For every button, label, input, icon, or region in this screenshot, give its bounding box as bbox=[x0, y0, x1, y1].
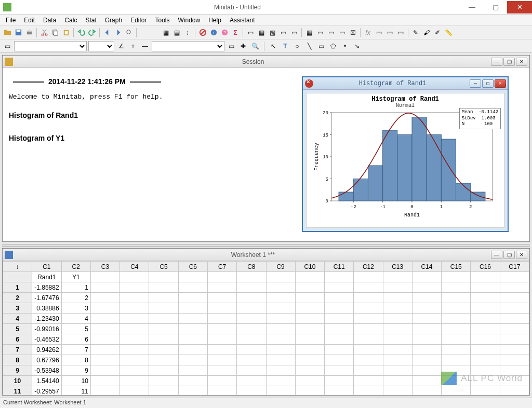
menu-calc[interactable]: Calc bbox=[61, 16, 81, 25]
cell[interactable] bbox=[149, 355, 178, 365]
graph-window-icon[interactable]: ▧ bbox=[267, 28, 277, 38]
cell[interactable] bbox=[295, 324, 324, 334]
cell[interactable] bbox=[295, 314, 324, 324]
cell[interactable] bbox=[295, 386, 324, 396]
col-header[interactable]: C9 bbox=[266, 262, 295, 272]
cell[interactable] bbox=[412, 365, 441, 376]
cell[interactable]: 1.54140 bbox=[32, 376, 62, 386]
cell[interactable] bbox=[120, 376, 149, 386]
cell[interactable] bbox=[207, 303, 236, 314]
cell[interactable] bbox=[207, 376, 236, 386]
cell[interactable] bbox=[149, 334, 178, 345]
cell[interactable] bbox=[178, 345, 207, 355]
col-name-cell[interactable] bbox=[178, 272, 207, 282]
cell[interactable] bbox=[412, 355, 441, 365]
col-header[interactable]: C8 bbox=[237, 262, 266, 272]
session-min-button[interactable]: — bbox=[491, 58, 502, 66]
cell[interactable]: -1.67476 bbox=[32, 293, 62, 303]
col-header[interactable]: C14 bbox=[412, 262, 441, 272]
cell[interactable] bbox=[412, 324, 441, 334]
cell[interactable]: 0.94262 bbox=[32, 345, 62, 355]
cell[interactable] bbox=[442, 345, 471, 355]
cell[interactable] bbox=[266, 334, 295, 345]
cell[interactable] bbox=[354, 324, 383, 334]
cell[interactable]: 0.38886 bbox=[32, 303, 62, 314]
cell[interactable] bbox=[325, 365, 354, 376]
cell[interactable] bbox=[237, 293, 266, 303]
menu-edit[interactable]: Edit bbox=[20, 16, 38, 25]
col-header[interactable]: C16 bbox=[471, 262, 500, 272]
cell[interactable] bbox=[90, 334, 119, 345]
menu-editor[interactable]: Editor bbox=[127, 16, 150, 25]
col-header[interactable]: C2 bbox=[61, 262, 90, 272]
cell[interactable] bbox=[412, 334, 441, 345]
cell[interactable] bbox=[178, 334, 207, 345]
cell[interactable] bbox=[207, 324, 236, 334]
cell[interactable]: -1.23430 bbox=[32, 314, 62, 324]
col-header[interactable]: C5 bbox=[149, 262, 178, 272]
text-tool-icon[interactable]: T bbox=[280, 41, 290, 51]
cell[interactable] bbox=[90, 376, 119, 386]
cell[interactable] bbox=[471, 314, 500, 324]
cell[interactable] bbox=[500, 303, 529, 314]
cell[interactable] bbox=[149, 282, 178, 293]
undo-icon[interactable] bbox=[76, 28, 86, 38]
cell[interactable]: -0.46532 bbox=[32, 334, 62, 345]
cell[interactable] bbox=[266, 376, 295, 386]
cell[interactable] bbox=[237, 334, 266, 345]
cell[interactable] bbox=[500, 386, 529, 396]
cell[interactable] bbox=[471, 334, 500, 345]
cell[interactable] bbox=[500, 324, 529, 334]
cell[interactable] bbox=[149, 345, 178, 355]
row-header[interactable]: 4 bbox=[3, 314, 32, 324]
cell[interactable]: -0.53948 bbox=[32, 365, 62, 376]
cell[interactable] bbox=[149, 303, 178, 314]
cell[interactable] bbox=[266, 386, 295, 396]
pencil-icon[interactable]: ✎ bbox=[410, 28, 421, 38]
cell[interactable] bbox=[178, 303, 207, 314]
cell[interactable] bbox=[412, 303, 441, 314]
cell[interactable] bbox=[149, 293, 178, 303]
cell[interactable] bbox=[471, 324, 500, 334]
cell[interactable]: 4 bbox=[61, 314, 90, 324]
histogram-close-button[interactable]: ✕ bbox=[495, 79, 506, 88]
cell[interactable]: 2 bbox=[61, 293, 90, 303]
cell[interactable] bbox=[178, 282, 207, 293]
cell[interactable]: 8 bbox=[61, 355, 90, 365]
cell[interactable] bbox=[383, 293, 412, 303]
worksheet-max-button[interactable]: ▢ bbox=[503, 251, 515, 259]
cell[interactable] bbox=[266, 345, 295, 355]
cell[interactable] bbox=[442, 334, 471, 345]
cell[interactable] bbox=[442, 324, 471, 334]
paste-icon[interactable] bbox=[61, 28, 71, 38]
row-header[interactable]: 6 bbox=[3, 334, 32, 345]
cell[interactable] bbox=[442, 386, 471, 396]
cell[interactable] bbox=[178, 355, 207, 365]
histogram-min-button[interactable]: — bbox=[470, 79, 481, 88]
row-header[interactable]: 10 bbox=[3, 376, 32, 386]
cell[interactable] bbox=[354, 314, 383, 324]
cell[interactable]: 7 bbox=[61, 345, 90, 355]
cell[interactable] bbox=[383, 386, 412, 396]
cell[interactable] bbox=[90, 345, 119, 355]
report-icon[interactable]: ▭ bbox=[278, 28, 288, 38]
cell[interactable]: 1 bbox=[61, 282, 90, 293]
row-header[interactable]: 2 bbox=[3, 293, 32, 303]
cell[interactable] bbox=[237, 314, 266, 324]
sort-desc-icon[interactable] bbox=[150, 28, 160, 38]
tool-a-icon[interactable]: ▭ bbox=[374, 28, 384, 38]
crosshair-icon[interactable]: ✚ bbox=[238, 41, 248, 51]
restore-all-icon[interactable]: ▭ bbox=[337, 28, 347, 38]
cell[interactable] bbox=[120, 293, 149, 303]
maximize-button[interactable]: ▢ bbox=[484, 1, 507, 13]
help-icon[interactable]: ? bbox=[219, 28, 230, 38]
cell[interactable] bbox=[412, 282, 441, 293]
cell[interactable] bbox=[120, 282, 149, 293]
col-header[interactable]: C1 bbox=[32, 262, 62, 272]
cell[interactable] bbox=[442, 293, 471, 303]
col-name-cell[interactable]: Rand1 bbox=[32, 272, 62, 282]
cell[interactable] bbox=[207, 334, 236, 345]
cell[interactable] bbox=[178, 365, 207, 376]
cell[interactable] bbox=[295, 334, 324, 345]
col-name-cell[interactable] bbox=[120, 272, 149, 282]
